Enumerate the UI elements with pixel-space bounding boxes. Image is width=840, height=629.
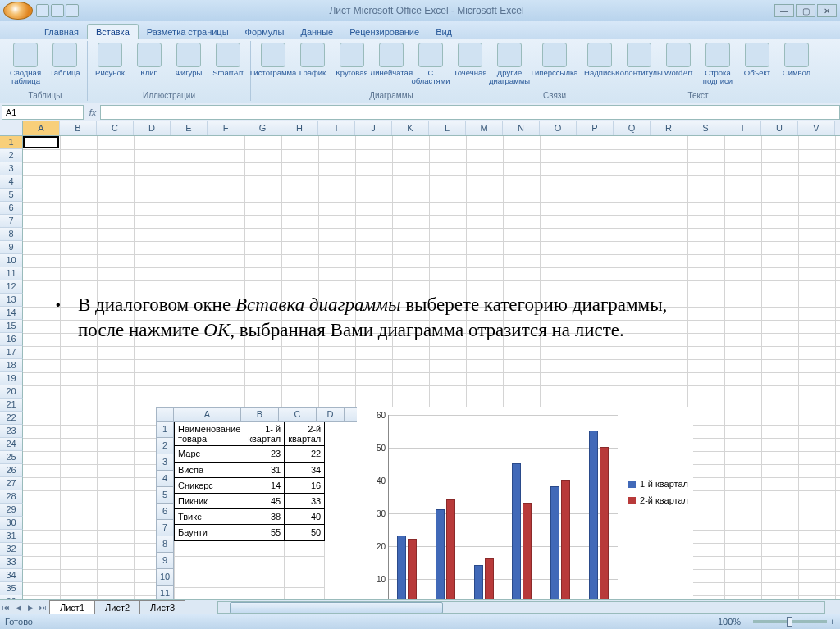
column-header[interactable]: A bbox=[23, 121, 60, 135]
ribbon-item[interactable]: Надпись bbox=[582, 41, 617, 79]
row-header[interactable]: 6 bbox=[0, 202, 23, 215]
row-header[interactable]: 35 bbox=[0, 582, 23, 595]
column-header[interactable]: K bbox=[392, 121, 429, 135]
row-header[interactable]: 12 bbox=[0, 280, 23, 294]
ribbon-tab-1[interactable]: Вставка bbox=[87, 24, 139, 39]
ribbon-item[interactable]: Линейчатая bbox=[374, 41, 409, 79]
row-header[interactable]: 8 bbox=[0, 228, 23, 241]
row-header[interactable]: 9 bbox=[0, 241, 23, 254]
ribbon-item[interactable]: Другие диаграммы bbox=[492, 41, 527, 87]
column-header[interactable]: G bbox=[244, 121, 281, 135]
column-header[interactable]: F bbox=[208, 121, 244, 135]
row-header[interactable]: 21 bbox=[0, 399, 23, 412]
column-header[interactable]: E bbox=[171, 121, 208, 135]
nav-last-icon[interactable]: ⏭ bbox=[37, 604, 49, 612]
inner-row-header[interactable]: 9 bbox=[156, 553, 174, 569]
column-header[interactable]: D bbox=[134, 121, 171, 135]
ribbon-tab-2[interactable]: Разметка страницы bbox=[139, 25, 237, 39]
inner-row-header[interactable]: 2 bbox=[156, 438, 174, 454]
scrollbar-thumb[interactable] bbox=[230, 602, 443, 613]
ribbon-item[interactable]: SmartArt bbox=[211, 41, 245, 79]
ribbon-item[interactable]: Фигуры bbox=[171, 41, 206, 79]
row-header[interactable]: 31 bbox=[0, 530, 23, 543]
inner-column-header[interactable]: B bbox=[241, 407, 279, 422]
ribbon-item[interactable]: Гиперссылка bbox=[537, 41, 572, 79]
row-header[interactable]: 2 bbox=[0, 149, 23, 162]
ribbon-item[interactable]: С областями bbox=[413, 41, 448, 87]
column-header[interactable]: R bbox=[651, 121, 687, 135]
row-header[interactable]: 28 bbox=[0, 490, 23, 504]
row-header[interactable]: 22 bbox=[0, 412, 23, 425]
ribbon-item[interactable]: Клип bbox=[132, 41, 167, 79]
row-header[interactable]: 25 bbox=[0, 451, 23, 464]
row-header[interactable]: 11 bbox=[0, 267, 23, 280]
column-header[interactable]: C bbox=[97, 121, 134, 135]
column-header[interactable]: P bbox=[577, 121, 614, 135]
row-header[interactable]: 17 bbox=[0, 346, 23, 359]
row-header[interactable]: 32 bbox=[0, 543, 23, 556]
ribbon-item[interactable]: Сводная таблица bbox=[8, 41, 43, 87]
row-header[interactable]: 23 bbox=[0, 425, 23, 438]
column-header[interactable]: T bbox=[724, 121, 761, 135]
column-header[interactable]: M bbox=[466, 121, 503, 135]
ribbon-tab-0[interactable]: Главная bbox=[36, 25, 87, 39]
inner-column-header[interactable]: C bbox=[279, 407, 317, 422]
inner-column-header[interactable]: A bbox=[174, 407, 241, 422]
row-header[interactable]: 16 bbox=[0, 333, 23, 346]
row-header[interactable]: 20 bbox=[0, 385, 23, 399]
column-header[interactable]: N bbox=[503, 121, 540, 135]
ribbon-item[interactable]: Объект bbox=[740, 41, 774, 79]
nav-next-icon[interactable]: ▶ bbox=[25, 604, 37, 612]
row-header[interactable]: 19 bbox=[0, 372, 23, 385]
row-header[interactable]: 4 bbox=[0, 175, 23, 189]
inner-row-header[interactable]: 5 bbox=[156, 487, 174, 504]
inner-row-header[interactable]: 8 bbox=[156, 536, 174, 553]
qat-redo-icon[interactable] bbox=[66, 4, 79, 17]
row-header[interactable]: 18 bbox=[0, 359, 23, 372]
row-header[interactable]: 10 bbox=[0, 254, 23, 267]
column-header[interactable]: S bbox=[687, 121, 724, 135]
ribbon-item[interactable]: Точечная bbox=[453, 41, 487, 79]
select-all-corner[interactable] bbox=[0, 121, 23, 135]
sheet-tab[interactable]: Лист2 bbox=[94, 600, 140, 614]
inner-row-header[interactable]: 7 bbox=[156, 520, 174, 536]
inner-row-header[interactable]: 4 bbox=[156, 471, 174, 487]
ribbon-tab-6[interactable]: Вид bbox=[427, 25, 460, 39]
column-header[interactable]: J bbox=[355, 121, 392, 135]
ribbon-item[interactable]: График bbox=[295, 41, 330, 79]
nav-first-icon[interactable]: ⏮ bbox=[0, 604, 12, 612]
column-header[interactable]: U bbox=[761, 121, 798, 135]
horizontal-scrollbar[interactable] bbox=[217, 601, 825, 614]
row-header[interactable]: 30 bbox=[0, 517, 23, 530]
row-header[interactable]: 29 bbox=[0, 504, 23, 517]
inner-row-header[interactable]: 6 bbox=[156, 504, 174, 520]
ribbon-tab-4[interactable]: Данные bbox=[292, 25, 341, 39]
column-header[interactable]: O bbox=[540, 121, 577, 135]
row-header[interactable]: 33 bbox=[0, 556, 23, 569]
ribbon-item[interactable]: Строка подписи bbox=[701, 41, 735, 87]
office-button[interactable] bbox=[3, 2, 33, 20]
row-header[interactable]: 5 bbox=[0, 189, 23, 202]
row-header[interactable]: 1 bbox=[0, 136, 23, 149]
close-button[interactable]: ✕ bbox=[817, 4, 837, 17]
column-header[interactable]: L bbox=[429, 121, 466, 135]
row-header[interactable]: 13 bbox=[0, 294, 23, 307]
zoom-thumb[interactable] bbox=[788, 617, 792, 627]
ribbon-item[interactable]: Колонтитулы bbox=[622, 41, 656, 79]
ribbon-item[interactable]: Таблица bbox=[48, 41, 82, 79]
qat-save-icon[interactable] bbox=[36, 4, 49, 17]
column-header[interactable]: Q bbox=[614, 121, 651, 135]
zoom-in-icon[interactable]: + bbox=[830, 617, 835, 627]
column-header[interactable]: H bbox=[281, 121, 318, 135]
zoom-slider[interactable] bbox=[753, 620, 827, 623]
inner-row-header[interactable]: 3 bbox=[156, 454, 174, 471]
row-header[interactable]: 3 bbox=[0, 162, 23, 175]
qat-undo-icon[interactable] bbox=[51, 4, 64, 17]
minimize-button[interactable]: — bbox=[774, 4, 794, 17]
inner-row-header[interactable]: 1 bbox=[156, 422, 174, 438]
sheet-tab[interactable]: Лист3 bbox=[139, 600, 185, 614]
column-header[interactable]: I bbox=[318, 121, 355, 135]
row-header[interactable]: 14 bbox=[0, 307, 23, 320]
row-header[interactable]: 15 bbox=[0, 320, 23, 333]
ribbon-item[interactable]: Символ bbox=[779, 41, 814, 79]
